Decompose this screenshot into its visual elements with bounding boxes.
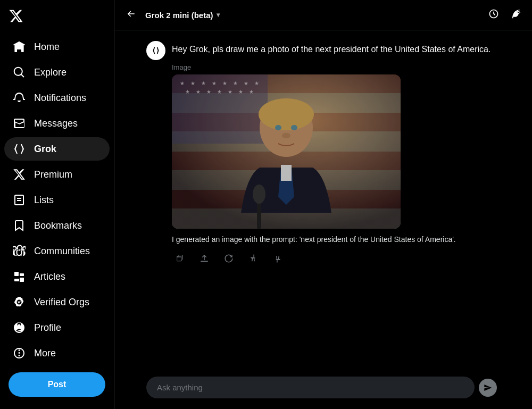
- sidebar-item-lists[interactable]: Lists: [4, 188, 110, 212]
- sidebar-item-bookmarks[interactable]: Bookmarks: [4, 214, 110, 237]
- sidebar-item-premium[interactable]: Premium: [4, 163, 110, 186]
- sidebar-item-articles-label: Articles: [34, 271, 65, 282]
- sidebar-item-notifications-label: Notifications: [34, 93, 86, 104]
- sidebar-item-notifications[interactable]: Notifications: [4, 86, 110, 110]
- bookmark-icon: [13, 219, 26, 232]
- sidebar-item-communities[interactable]: Communities: [4, 239, 110, 263]
- premium-icon: [13, 168, 26, 181]
- post-button[interactable]: Post: [9, 372, 105, 397]
- sidebar-item-more[interactable]: More: [4, 341, 110, 365]
- verified-orgs-icon: [13, 296, 26, 308]
- articles-icon: [13, 270, 26, 283]
- regenerate-button[interactable]: [221, 251, 237, 269]
- history-button[interactable]: [485, 5, 502, 24]
- profile-icon: [13, 321, 26, 334]
- x-logo[interactable]: [0, 4, 114, 34]
- sidebar-item-articles[interactable]: Articles: [4, 265, 110, 288]
- generated-image: ★★★ ★★★ ★★ ★★★ ★★★ ★: [172, 74, 401, 229]
- list-icon: [13, 194, 26, 206]
- sidebar-item-profile[interactable]: Profile: [4, 316, 110, 339]
- sidebar-item-home[interactable]: Home: [4, 35, 110, 59]
- sidebar-item-communities-label: Communities: [34, 246, 90, 257]
- svg-rect-25: [172, 74, 401, 229]
- chat-area: Hey Grok, pls draw me a photo of the nex…: [114, 30, 532, 370]
- sidebar-item-messages-label: Messages: [34, 118, 78, 129]
- image-label: Image: [172, 63, 500, 71]
- app-container: Home Explore Notifications Messages Grok: [0, 0, 532, 409]
- community-icon: [13, 245, 26, 257]
- home-icon: [13, 40, 26, 53]
- user-profile-bar[interactable]: RT Richards Tu ✓ @richards_19999 ···: [4, 405, 110, 409]
- sidebar-item-explore[interactable]: Explore: [4, 61, 110, 84]
- top-bar: Grok 2 mini (beta) ▾: [114, 0, 532, 30]
- top-bar-left: Grok 2 mini (beta) ▾: [123, 6, 220, 24]
- share-button[interactable]: [196, 251, 212, 269]
- explore-icon: [13, 66, 26, 79]
- mail-icon: [13, 117, 26, 130]
- chevron-down-icon: ▾: [217, 11, 220, 19]
- message-block: Hey Grok, pls draw me a photo of the nex…: [146, 41, 500, 269]
- sidebar-item-verified-orgs-label: Verified Orgs: [34, 297, 89, 308]
- grok-icon: [13, 143, 26, 155]
- compose-button[interactable]: [506, 5, 523, 24]
- action-bar: [172, 251, 500, 269]
- sidebar-item-more-label: More: [34, 348, 56, 359]
- prompt-text: Hey Grok, pls draw me a photo of the nex…: [172, 41, 500, 56]
- sidebar-item-profile-label: Profile: [34, 322, 61, 333]
- message-header: Hey Grok, pls draw me a photo of the nex…: [146, 41, 500, 60]
- sidebar-item-bookmarks-label: Bookmarks: [34, 220, 82, 231]
- sidebar-item-grok-label: Grok: [34, 144, 56, 155]
- thumbsdown-button[interactable]: [270, 251, 286, 269]
- svg-rect-0: [150, 45, 162, 56]
- svg-point-27: [253, 185, 265, 204]
- grok-avatar: [146, 41, 165, 60]
- more-circle-icon: [13, 347, 26, 360]
- sidebar-item-lists-label: Lists: [34, 195, 54, 206]
- ask-input[interactable]: [146, 377, 475, 398]
- input-area: [114, 370, 532, 409]
- thumbsup-button[interactable]: [245, 251, 261, 269]
- copy-button[interactable]: [172, 251, 188, 269]
- send-button[interactable]: [479, 379, 497, 397]
- top-bar-actions: [485, 5, 523, 24]
- sidebar: Home Explore Notifications Messages Grok: [0, 0, 114, 409]
- top-bar-title[interactable]: Grok 2 mini (beta) ▾: [145, 11, 220, 20]
- bell-icon: [13, 91, 26, 104]
- sidebar-item-verified-orgs[interactable]: Verified Orgs: [4, 290, 110, 314]
- back-button[interactable]: [123, 6, 139, 24]
- main-content: Grok 2 mini (beta) ▾: [114, 0, 532, 409]
- image-caption: I generated an image with the prompt: 'n…: [172, 234, 500, 245]
- sidebar-item-premium-label: Premium: [34, 169, 72, 180]
- sidebar-item-home-label: Home: [34, 41, 60, 53]
- sidebar-item-explore-label: Explore: [34, 67, 66, 78]
- sidebar-item-messages[interactable]: Messages: [4, 112, 110, 135]
- sidebar-item-grok[interactable]: Grok: [4, 137, 110, 161]
